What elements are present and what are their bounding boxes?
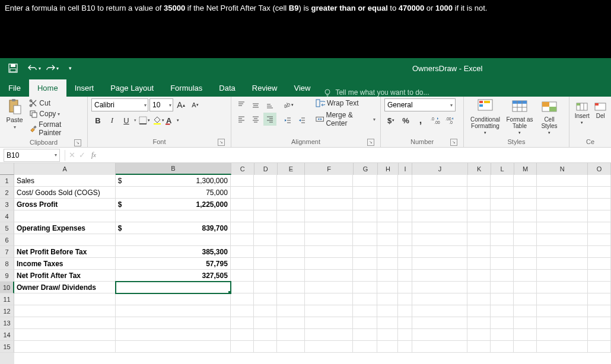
shrink-font-button[interactable]: A▾ [189, 98, 202, 111]
row-header-9[interactable]: 9 [0, 270, 14, 282]
qat-customize[interactable]: ▾ [62, 60, 78, 76]
cell-D14[interactable] [254, 329, 277, 341]
cell-K11[interactable] [467, 293, 491, 305]
italic-button[interactable]: I [106, 114, 119, 127]
cell-O8[interactable] [588, 258, 611, 270]
column-header-B[interactable]: B [116, 163, 231, 175]
cell-C5[interactable] [231, 222, 254, 234]
cell-O15[interactable] [588, 341, 611, 353]
cell-K8[interactable] [467, 258, 491, 270]
cell-M1[interactable] [514, 175, 537, 187]
cell-C12[interactable] [231, 305, 254, 317]
cell-B11[interactable] [116, 293, 231, 305]
cell-F2[interactable] [305, 187, 354, 199]
cell-D3[interactable] [254, 199, 277, 210]
cell-O4[interactable] [588, 210, 611, 222]
cell-D15[interactable] [254, 341, 277, 353]
cell-H3[interactable] [377, 199, 398, 210]
cell-L11[interactable] [491, 293, 514, 305]
cell-K12[interactable] [467, 305, 491, 317]
cell-K1[interactable] [467, 175, 491, 187]
column-header-F[interactable]: F [305, 163, 354, 175]
cell-H14[interactable] [377, 329, 398, 341]
column-header-M[interactable]: M [514, 163, 537, 175]
font-dialog-launcher[interactable]: ↘ [218, 139, 225, 146]
cell-D12[interactable] [254, 305, 277, 317]
cell-L14[interactable] [491, 329, 514, 341]
orientation-button[interactable]: ab▾ [281, 98, 294, 111]
cell-D9[interactable] [254, 270, 277, 282]
align-right-button[interactable] [263, 113, 276, 126]
cell-E8[interactable] [277, 258, 305, 270]
column-header-E[interactable]: E [278, 163, 306, 175]
cell-B2[interactable]: 75,000 [116, 187, 231, 199]
cell-F15[interactable] [305, 341, 354, 353]
cell-M4[interactable] [514, 210, 537, 222]
cell-B13[interactable] [116, 317, 231, 329]
cell-C8[interactable] [231, 258, 254, 270]
cell-O2[interactable] [588, 187, 611, 199]
cell-J8[interactable] [412, 258, 467, 270]
cell-L1[interactable] [491, 175, 514, 187]
cell-K14[interactable] [467, 329, 491, 341]
conditional-formatting-button[interactable]: Conditional Formatting▾ [467, 98, 503, 135]
cell-F6[interactable] [305, 234, 354, 246]
cell-C4[interactable] [231, 210, 254, 222]
cell-E10[interactable] [277, 282, 305, 293]
row-header-11[interactable]: 11 [0, 293, 14, 305]
cell-J9[interactable] [412, 270, 467, 282]
cell-L5[interactable] [491, 222, 514, 234]
cell-G2[interactable] [353, 187, 377, 199]
cell-M8[interactable] [514, 258, 537, 270]
cell-B3[interactable]: $1,225,000 [116, 199, 231, 210]
tell-me-search[interactable]: Tell me what you want to do... [319, 88, 434, 97]
increase-decimal-button[interactable]: .0.00 [429, 114, 442, 127]
cell-G14[interactable] [353, 329, 377, 341]
cell-I11[interactable] [398, 293, 412, 305]
cell-F7[interactable] [305, 246, 354, 258]
row-header-4[interactable]: 4 [0, 210, 14, 222]
cell-E9[interactable] [277, 270, 305, 282]
cell-K13[interactable] [467, 317, 491, 329]
select-all-corner[interactable] [0, 163, 14, 175]
cell-C14[interactable] [231, 329, 254, 341]
cell-N2[interactable] [537, 187, 588, 199]
cell-N9[interactable] [537, 270, 588, 282]
bold-button[interactable]: B [91, 114, 104, 127]
cell-F1[interactable] [305, 175, 354, 187]
cell-J14[interactable] [412, 329, 467, 341]
cell-M15[interactable] [514, 341, 537, 353]
cell-C15[interactable] [231, 341, 254, 353]
align-middle-button[interactable] [249, 98, 262, 111]
cell-F14[interactable] [305, 329, 354, 341]
cell-E5[interactable] [277, 222, 305, 234]
cell-A3[interactable]: Gross Profit [14, 199, 116, 210]
tab-data[interactable]: Data [211, 79, 243, 97]
cell-G15[interactable] [353, 341, 377, 353]
cell-M13[interactable] [514, 317, 537, 329]
cell-C10[interactable] [231, 282, 254, 293]
cell-O1[interactable] [588, 175, 611, 187]
percent-format-button[interactable]: % [399, 114, 412, 127]
number-dialog-launcher[interactable]: ↘ [450, 139, 457, 146]
cut-button[interactable]: Cut [28, 98, 84, 108]
cell-B4[interactable] [116, 210, 231, 222]
cell-C9[interactable] [231, 270, 254, 282]
cell-M12[interactable] [514, 305, 537, 317]
cell-E6[interactable] [277, 234, 305, 246]
cell-G6[interactable] [353, 234, 377, 246]
cell-O12[interactable] [588, 305, 611, 317]
cell-C13[interactable] [231, 317, 254, 329]
cell-O7[interactable] [588, 246, 611, 258]
cell-M2[interactable] [514, 187, 537, 199]
cell-N1[interactable] [537, 175, 588, 187]
cell-styles-button[interactable]: Cell Styles▾ [536, 98, 562, 135]
cell-H12[interactable] [377, 305, 398, 317]
cell-I6[interactable] [398, 234, 412, 246]
cell-L4[interactable] [491, 210, 514, 222]
cell-N12[interactable] [537, 305, 588, 317]
cell-J4[interactable] [412, 210, 467, 222]
cell-K9[interactable] [467, 270, 491, 282]
merge-center-button[interactable]: Merge & Center▾ [314, 110, 377, 128]
cell-E4[interactable] [277, 210, 305, 222]
